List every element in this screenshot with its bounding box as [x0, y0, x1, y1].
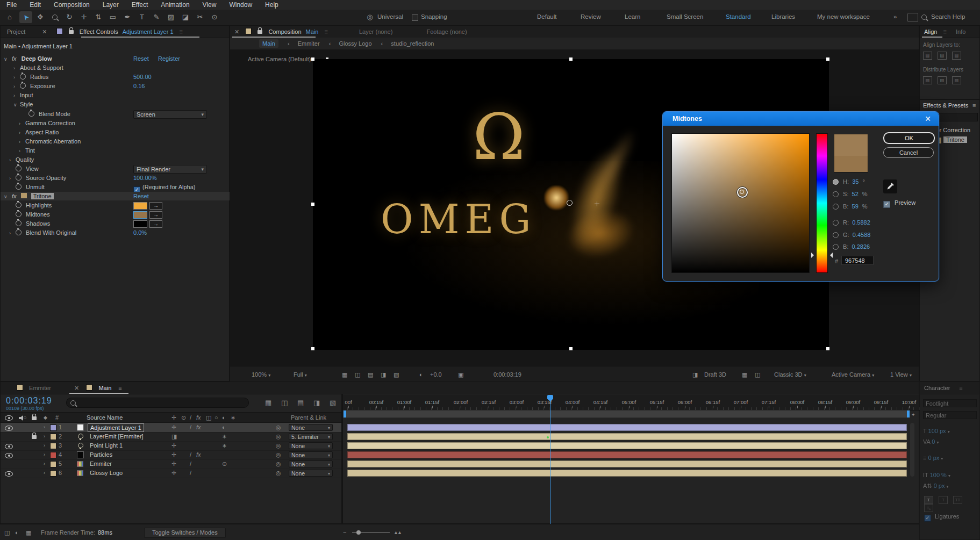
workspace-learn[interactable]: Learn — [625, 13, 640, 20]
menu-layer[interactable]: Layer — [103, 1, 119, 9]
type-tool-icon[interactable]: T — [135, 11, 148, 23]
menu-view[interactable]: View — [203, 1, 217, 9]
layer-name[interactable]: Glossy Logo — [90, 469, 123, 478]
keyframe-marker[interactable] — [547, 436, 549, 438]
cancel-button[interactable]: Cancel — [883, 147, 934, 158]
workspace-standard[interactable]: Standard — [726, 13, 751, 20]
layer-name[interactable]: LayerEmit [Emmiter] — [90, 432, 144, 441]
twirl-icon[interactable]: › — [44, 432, 50, 441]
brush-tool-icon[interactable]: ✎ — [150, 11, 163, 23]
tab-effect-controls[interactable]: Effect Controls — [80, 28, 118, 35]
layer-name[interactable]: Point Light 1 — [90, 441, 123, 450]
snapping-label[interactable]: Snapping — [421, 13, 447, 20]
dolly-tool-icon[interactable]: ⇅ — [92, 11, 105, 23]
effect-controls-target[interactable]: Adjustment Layer 1 — [123, 28, 174, 35]
layer-bar-6[interactable] — [347, 470, 907, 477]
radio-h[interactable] — [833, 179, 839, 185]
twirl-icon[interactable]: › — [44, 441, 50, 450]
menu-animation[interactable]: Animation — [161, 1, 189, 9]
highlights-eyedropper-icon[interactable]: → — [149, 202, 162, 210]
panel-menu-icon[interactable]: ≡ — [180, 28, 183, 35]
panel-menu-icon[interactable]: ≡ — [943, 28, 947, 35]
composition-target[interactable]: Main — [306, 28, 319, 35]
kerning-control[interactable]: VA 0 ▾ — [923, 438, 978, 446]
row-blend-mode[interactable]: Blend Mode Screen▾ — [1, 110, 257, 118]
solo-column-icon[interactable]: ○ — [23, 413, 27, 422]
field-r[interactable]: R: 0.5882 — [833, 219, 870, 226]
distribute-bottom-icon[interactable]: ▤ — [952, 76, 961, 84]
twirl-icon[interactable]: › — [44, 450, 50, 459]
row-gamma-correction[interactable]: ›Gamma Correction — [1, 119, 247, 127]
draft-3d-icon[interactable]: ◨ — [692, 366, 698, 383]
row-style[interactable]: ∨Style — [1, 100, 242, 109]
draft-toggle-icon[interactable]: ◐ — [15, 524, 19, 540]
preview-checkbox[interactable]: ✓ — [883, 201, 890, 208]
radio-s[interactable] — [833, 191, 839, 197]
pickwhip-icon[interactable]: ◎ — [276, 432, 281, 441]
ligatures-checkbox[interactable]: ✓ — [924, 515, 931, 522]
preview-toggle-icon[interactable]: ◫ — [4, 524, 10, 540]
row-quality[interactable]: ›Quality — [1, 155, 238, 164]
distribute-top-icon[interactable]: ▤ — [923, 76, 932, 84]
handle[interactable] — [826, 57, 829, 61]
font-style-input[interactable]: Regular — [923, 411, 977, 419]
ground-plane-icon[interactable]: ▦ — [742, 366, 747, 383]
dialog-close-icon[interactable]: ✕ — [925, 112, 931, 126]
parent-dropdown[interactable]: None▾ — [289, 470, 333, 477]
shadows-eyedropper-icon[interactable]: → — [149, 220, 162, 228]
align-right-icon[interactable]: ▤ — [952, 52, 961, 60]
label-column-icon[interactable]: ◆ — [44, 413, 47, 422]
switch-icon[interactable]: ✛ — [171, 441, 176, 450]
extended-viewer-icon[interactable]: ◫ — [755, 366, 760, 383]
effect-deep-glow-row[interactable]: ∨ fx Deep Glow Reset Register — [1, 54, 232, 63]
source-opacity-value[interactable]: 100.00% — [133, 174, 156, 182]
eraser-tool-icon[interactable]: ◪ — [179, 11, 192, 23]
quality-switch[interactable]: / — [190, 450, 191, 459]
row-view[interactable]: View Final Render▾ — [1, 164, 244, 173]
toggle-switches-modes-button[interactable]: Toggle Switches / Modes — [144, 528, 226, 538]
color-field-cursor[interactable] — [737, 187, 748, 198]
quality-switch[interactable]: / — [190, 423, 191, 432]
switch-icon[interactable]: ∗ — [222, 441, 227, 450]
handle[interactable] — [311, 57, 314, 61]
row-shadows[interactable]: Shadows → — [1, 219, 244, 228]
transparency-grid-icon[interactable]: ◨ — [381, 366, 386, 383]
stamp-tool-icon[interactable]: ▨ — [164, 11, 177, 23]
lock-column-icon[interactable] — [32, 416, 37, 420]
font-size-control[interactable]: T 100 px ▾ — [923, 427, 978, 435]
row-tint[interactable]: ›Tint — [1, 146, 247, 155]
row-about-support[interactable]: ›About & Support — [1, 63, 242, 72]
baseline-shift-control[interactable]: A⇅ 0 px ▾ — [923, 482, 978, 490]
pen-tool-icon[interactable]: ✒ — [121, 11, 134, 23]
pan-camera-tool-icon[interactable]: ✛ — [77, 11, 90, 23]
layer-row-3[interactable]: › 3 Point Light 1 ✛ ∗ ◎ None▾ — [1, 441, 341, 451]
channel-icon[interactable]: ▧ — [394, 366, 399, 383]
layer-bar-5[interactable] — [347, 460, 907, 467]
render-toggle-icon[interactable]: ▦ — [26, 524, 31, 540]
menu-help[interactable]: Help — [265, 1, 278, 9]
align-center-icon[interactable]: ▤ — [938, 52, 947, 60]
layer-name[interactable]: Emmiter — [90, 459, 112, 469]
draft-3d-toggle[interactable]: Draft 3D — [704, 366, 726, 383]
search-help-icon[interactable] — [921, 15, 927, 21]
quality-switch[interactable]: / — [190, 459, 191, 469]
shape-tool-icon[interactable]: ▭ — [106, 11, 119, 23]
handle[interactable] — [311, 347, 314, 350]
tab-timeline-emmiter[interactable]: Emmiter — [29, 385, 51, 391]
handle[interactable] — [826, 347, 829, 350]
distribute-vcenter-icon[interactable]: ▤ — [938, 76, 947, 84]
row-blend-with-original[interactable]: › Blend With Original 0.0% — [1, 228, 238, 237]
row-source-opacity[interactable]: › Source Opacity 100.00% — [1, 174, 238, 182]
midtones-eyedropper-icon[interactable]: → — [149, 211, 162, 219]
universal-label[interactable]: Universal — [377, 13, 403, 20]
zoom-tool-icon[interactable] — [48, 11, 61, 26]
layer-row-6[interactable]: › 6 Glossy Logo ✛ / ◎ None▾ — [1, 469, 341, 478]
draft-3d-icon[interactable]: ◫ — [281, 399, 288, 407]
exposure-value[interactable]: 0.16 — [133, 82, 145, 90]
label-chip[interactable] — [50, 443, 56, 449]
switch-icon[interactable]: ✛ — [171, 459, 176, 469]
parent-dropdown[interactable]: None▾ — [289, 442, 333, 449]
timeline-tab-close-icon[interactable]: ✕ — [74, 385, 79, 391]
work-area-start-handle[interactable] — [344, 411, 346, 417]
stopwatch-icon[interactable] — [28, 111, 34, 117]
